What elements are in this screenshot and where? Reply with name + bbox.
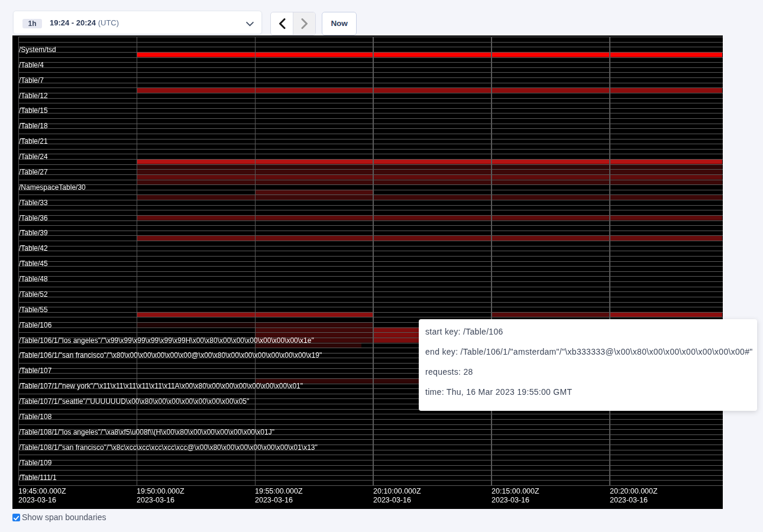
- svg-text:/Table/106: /Table/106: [19, 321, 52, 329]
- svg-text:2023-03-16: 2023-03-16: [137, 496, 174, 504]
- svg-text:/Table/52: /Table/52: [19, 290, 48, 299]
- svg-text:/Table/4: /Table/4: [19, 61, 44, 69]
- svg-text:2023-03-16: 2023-03-16: [255, 496, 293, 504]
- svg-text:2023-03-16: 2023-03-16: [373, 496, 411, 504]
- svg-text:20:20:00.000Z: 20:20:00.000Z: [610, 487, 658, 495]
- svg-text:/Table/24: /Table/24: [19, 153, 48, 161]
- svg-text:19:50:00.000Z: 19:50:00.000Z: [137, 487, 185, 495]
- svg-text:19:55:00.000Z: 19:55:00.000Z: [255, 487, 303, 495]
- svg-text:/Table/18: /Table/18: [19, 122, 48, 130]
- svg-text:/Table/7: /Table/7: [19, 76, 44, 85]
- svg-text:19:45:00.000Z: 19:45:00.000Z: [18, 487, 66, 495]
- svg-text:20:15:00.000Z: 20:15:00.000Z: [492, 487, 539, 495]
- svg-text:20:10:00.000Z: 20:10:00.000Z: [373, 487, 421, 495]
- svg-text:/Table/107: /Table/107: [19, 366, 52, 375]
- svg-text:/Table/15: /Table/15: [19, 106, 48, 115]
- svg-text:/Table/36: /Table/36: [19, 214, 48, 222]
- svg-text:/Table/111/1: /Table/111/1: [19, 473, 57, 482]
- svg-text:/Table/55: /Table/55: [19, 306, 48, 314]
- svg-text:/Table/107/1/"new york"/"\x11\: /Table/107/1/"new york"/"\x11\x11\x11\x1…: [19, 382, 303, 390]
- svg-text:/Table/45: /Table/45: [19, 259, 48, 268]
- svg-text:/Table/12: /Table/12: [19, 92, 48, 100]
- svg-text:/Table/108: /Table/108: [19, 413, 52, 421]
- svg-text:/Table/107/1/"seattle"/"UUUUUU: /Table/107/1/"seattle"/"UUUUUUD\x00\x80\…: [19, 397, 249, 406]
- svg-text:/Table/33: /Table/33: [19, 199, 48, 207]
- svg-text:2023-03-16: 2023-03-16: [492, 496, 529, 504]
- svg-text:/Table/106/1/"san francisco"/": /Table/106/1/"san francisco"/"\x80\x00\x…: [19, 351, 322, 359]
- svg-text:/Table/48: /Table/48: [19, 275, 48, 283]
- svg-text:/Table/27: /Table/27: [19, 168, 48, 176]
- svg-text:/Table/108/1/"los angeles"/"\x: /Table/108/1/"los angeles"/"\xa8\xf5\u00…: [19, 428, 274, 436]
- svg-text:/System/tsd: /System/tsd: [19, 46, 56, 54]
- svg-text:/Table/109: /Table/109: [19, 459, 52, 467]
- svg-text:/Table/42: /Table/42: [19, 244, 48, 252]
- svg-text:/Table/108/1/"san francisco"/": /Table/108/1/"san francisco"/"\x8c\xcc\x…: [19, 443, 318, 452]
- svg-text:/Table/21: /Table/21: [19, 137, 48, 145]
- svg-text:/Table/106/1/"los angeles"/"\x: /Table/106/1/"los angeles"/"\x99\x99\x99…: [19, 336, 314, 345]
- svg-text:2023-03-16: 2023-03-16: [610, 496, 648, 504]
- svg-text:2023-03-16: 2023-03-16: [18, 496, 56, 504]
- svg-text:/Table/39: /Table/39: [19, 229, 48, 237]
- svg-text:/NamespaceTable/30: /NamespaceTable/30: [19, 183, 86, 192]
